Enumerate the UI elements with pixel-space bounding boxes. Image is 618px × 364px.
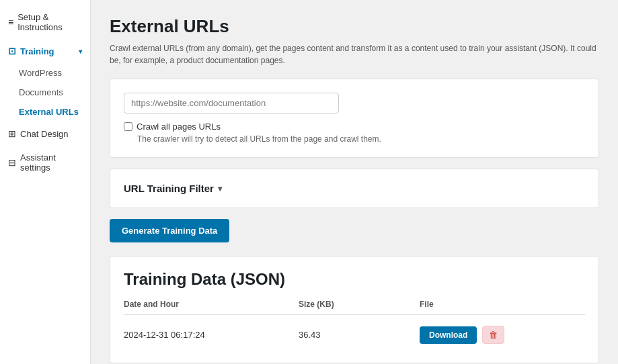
- settings-icon: ⊟: [8, 157, 16, 168]
- cell-date: 2024-12-31 06:17:24: [124, 330, 299, 340]
- sidebar-item-assistant-settings[interactable]: ⊟ Assistant settings: [0, 146, 90, 179]
- crawl-all-label[interactable]: Crawl all pages URLs: [137, 122, 221, 132]
- generate-training-button[interactable]: Generate Training Data: [110, 219, 229, 242]
- crawl-all-checkbox-row: Crawl all pages URLs: [124, 122, 585, 132]
- sidebar: ≡ Setup & Instructions ⊡ Training ▾ Word…: [0, 0, 91, 364]
- list-icon: ≡: [8, 17, 13, 28]
- download-button[interactable]: Download: [420, 326, 477, 344]
- url-input[interactable]: [124, 93, 339, 113]
- filter-chevron-icon: ▾: [218, 184, 222, 193]
- sidebar-item-setup-instructions[interactable]: ≡ Setup & Instructions: [0, 5, 90, 39]
- training-sub-menu: WordPress Documents External URLs: [0, 63, 90, 122]
- filter-card: URL Training Filter ▾: [110, 169, 599, 208]
- sidebar-item-training[interactable]: ⊡ Training ▾: [0, 39, 90, 63]
- filter-label: URL Training Filter: [124, 183, 214, 194]
- trash-icon: 🗑: [489, 330, 498, 340]
- sidebar-item-documents[interactable]: Documents: [19, 83, 90, 102]
- url-input-card: Crawl all pages URLs The crawler will tr…: [110, 79, 599, 158]
- sidebar-item-chat-design[interactable]: ⊞ Chat Design: [0, 122, 90, 146]
- chat-icon: ⊞: [8, 128, 16, 139]
- main-content: External URLs Crawl external URLs (from …: [91, 0, 618, 364]
- sidebar-item-label: Setup & Instructions: [17, 12, 82, 32]
- training-data-title: Training Data (JSON): [124, 270, 585, 289]
- sidebar-item-label: Chat Design: [20, 129, 69, 139]
- col-date-header: Date and Hour: [124, 300, 299, 309]
- training-icon: ⊡: [8, 46, 16, 56]
- sidebar-item-label: Assistant settings: [20, 152, 82, 173]
- sidebar-item-label: Training: [20, 46, 54, 56]
- filter-header[interactable]: URL Training Filter ▾: [124, 183, 585, 194]
- training-data-card: Training Data (JSON) Date and Hour Size …: [110, 256, 599, 363]
- col-file-header: File: [420, 300, 434, 309]
- table-header: Date and Hour Size (KB) File: [124, 300, 585, 315]
- page-title: External URLs: [110, 16, 599, 37]
- delete-button[interactable]: 🗑: [482, 326, 504, 344]
- col-size-header: Size (KB): [299, 300, 420, 309]
- crawl-hint: The crawler will try to detect all URLs …: [137, 134, 585, 144]
- crawl-all-checkbox[interactable]: [124, 122, 132, 131]
- sidebar-item-wordpress[interactable]: WordPress: [19, 63, 90, 83]
- sidebar-item-external-urls[interactable]: External URLs: [19, 102, 90, 122]
- table-row: 2024-12-31 06:17:24 36.43 Download 🗑: [124, 320, 585, 349]
- cell-size: 36.43: [299, 330, 420, 340]
- cell-file: Download 🗑: [420, 326, 504, 344]
- chevron-down-icon: ▾: [79, 48, 82, 55]
- page-description: Crawl external URLs (from any domain), g…: [110, 42, 599, 66]
